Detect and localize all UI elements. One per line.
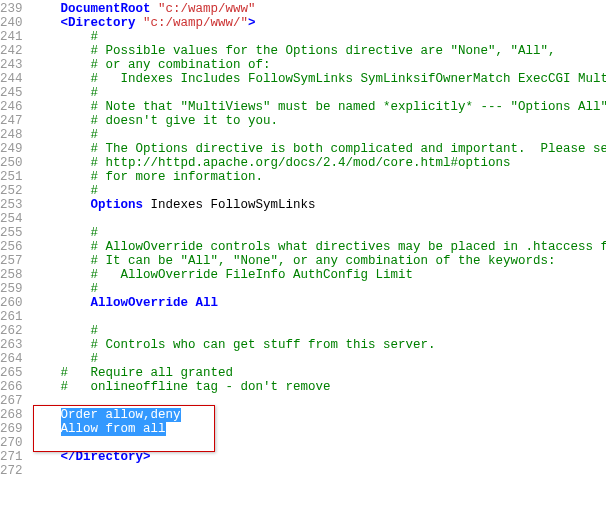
line-number: 239	[0, 2, 23, 16]
code-line[interactable]: #	[31, 128, 606, 142]
token-ws	[31, 408, 61, 422]
code-line[interactable]: <Directory "c:/wamp/www/">	[31, 16, 606, 30]
token-cmt: # Possible values for the Options direct…	[91, 44, 556, 58]
code-line[interactable]: # onlineoffline tag - don't remove	[31, 380, 606, 394]
line-number: 265	[0, 366, 23, 380]
line-number: 252	[0, 184, 23, 198]
code-line[interactable]	[31, 464, 606, 478]
token-ws	[31, 72, 91, 86]
code-area[interactable]: DocumentRoot "c:/wamp/www" <Directory "c…	[31, 2, 606, 478]
code-line[interactable]: #	[31, 352, 606, 366]
token-cmt: # The Options directive is both complica…	[91, 142, 606, 156]
token-ws	[31, 100, 91, 114]
code-line[interactable]: # Note that "MultiViews" must be named *…	[31, 100, 606, 114]
token-ws	[31, 352, 91, 366]
token-cmt: # for more information.	[91, 170, 264, 184]
code-line[interactable]	[31, 436, 606, 450]
token-cmt: #	[91, 352, 99, 366]
token-kw: Options	[91, 198, 144, 212]
token-cmt: #	[91, 226, 99, 240]
token-ws	[31, 142, 91, 156]
code-line[interactable]: # The Options directive is both complica…	[31, 142, 606, 156]
code-line[interactable]: # doesn't give it to you.	[31, 114, 606, 128]
token-cmt: #	[91, 184, 99, 198]
token-ws	[31, 30, 91, 44]
line-number: 240	[0, 16, 23, 30]
code-line[interactable]: #	[31, 282, 606, 296]
code-line[interactable]: #	[31, 324, 606, 338]
code-line[interactable]	[31, 394, 606, 408]
code-line[interactable]: DocumentRoot "c:/wamp/www"	[31, 2, 606, 16]
line-number: 251	[0, 170, 23, 184]
line-number: 257	[0, 254, 23, 268]
code-line[interactable]	[31, 310, 606, 324]
code-line[interactable]: # Controls who can get stuff from this s…	[31, 338, 606, 352]
token-cmt: #	[91, 128, 99, 142]
token-ws	[31, 44, 91, 58]
line-number: 250	[0, 156, 23, 170]
line-number: 271	[0, 450, 23, 464]
line-number: 272	[0, 464, 23, 478]
code-line[interactable]: # for more information.	[31, 170, 606, 184]
token-ws	[31, 296, 91, 310]
code-line[interactable]: # Require all granted	[31, 366, 606, 380]
code-editor[interactable]: 2392402412422432442452462472482492502512…	[0, 0, 606, 478]
token-cmt: #	[91, 324, 99, 338]
token-kw: AllowOverride All	[91, 296, 219, 310]
line-number: 268	[0, 408, 23, 422]
code-line[interactable]: #	[31, 226, 606, 240]
token-ws	[31, 16, 61, 30]
line-number: 244	[0, 72, 23, 86]
line-number: 245	[0, 86, 23, 100]
line-number-gutter: 2392402412422432442452462472482492502512…	[0, 2, 31, 478]
token-cmt: # doesn't give it to you.	[91, 114, 279, 128]
line-number: 253	[0, 198, 23, 212]
token-ws	[31, 156, 91, 170]
token-cmt: #	[91, 282, 99, 296]
token-ws	[31, 86, 91, 100]
code-line[interactable]: # Indexes Includes FollowSymLinks SymLin…	[31, 72, 606, 86]
code-line[interactable]	[31, 212, 606, 226]
token-ws	[31, 324, 91, 338]
code-line[interactable]: AllowOverride All	[31, 296, 606, 310]
line-number: 262	[0, 324, 23, 338]
code-line[interactable]: Order allow,deny	[31, 408, 606, 422]
code-line[interactable]: #	[31, 86, 606, 100]
token-ws	[31, 422, 61, 436]
line-number: 243	[0, 58, 23, 72]
line-number: 247	[0, 114, 23, 128]
code-line[interactable]: #	[31, 184, 606, 198]
line-number: 246	[0, 100, 23, 114]
line-number: 256	[0, 240, 23, 254]
line-number: 254	[0, 212, 23, 226]
token-ws	[31, 240, 91, 254]
token-cmt: # or any combination of:	[91, 58, 271, 72]
token-cmt: # It can be "All", "None", or any combin…	[91, 254, 556, 268]
token-cmt: # AllowOverride FileInfo AuthConfig Limi…	[91, 268, 414, 282]
code-line[interactable]: # AllowOverride FileInfo AuthConfig Limi…	[31, 268, 606, 282]
line-number: 269	[0, 422, 23, 436]
token-kw: DocumentRoot	[61, 2, 151, 16]
token-ws	[31, 380, 61, 394]
token-cmt: #	[91, 30, 99, 44]
code-line[interactable]: # AllowOverride controls what directives…	[31, 240, 606, 254]
code-line[interactable]: # It can be "All", "None", or any combin…	[31, 254, 606, 268]
code-line[interactable]: </Directory>	[31, 450, 606, 464]
token-cmt: # AllowOverride controls what directives…	[91, 240, 606, 254]
code-line[interactable]: Allow from all	[31, 422, 606, 436]
code-line[interactable]: #	[31, 30, 606, 44]
code-line[interactable]: # Possible values for the Options direct…	[31, 44, 606, 58]
line-number: 249	[0, 142, 23, 156]
code-line[interactable]: # http://httpd.apache.org/docs/2.4/mod/c…	[31, 156, 606, 170]
token-ws	[31, 184, 91, 198]
token-cmt: # http://httpd.apache.org/docs/2.4/mod/c…	[91, 156, 511, 170]
token-cmt: # Note that "MultiViews" must be named *…	[91, 100, 606, 114]
token-str: "c:/wamp/www"	[158, 2, 256, 16]
token-sel: Allow from all	[61, 422, 166, 436]
token-cmt: # Indexes Includes FollowSymLinks SymLin…	[91, 72, 606, 86]
line-number: 263	[0, 338, 23, 352]
code-line[interactable]: # or any combination of:	[31, 58, 606, 72]
code-line[interactable]: Options Indexes FollowSymLinks	[31, 198, 606, 212]
token-str: "c:/wamp/www/"	[143, 16, 248, 30]
token-ws	[31, 114, 91, 128]
